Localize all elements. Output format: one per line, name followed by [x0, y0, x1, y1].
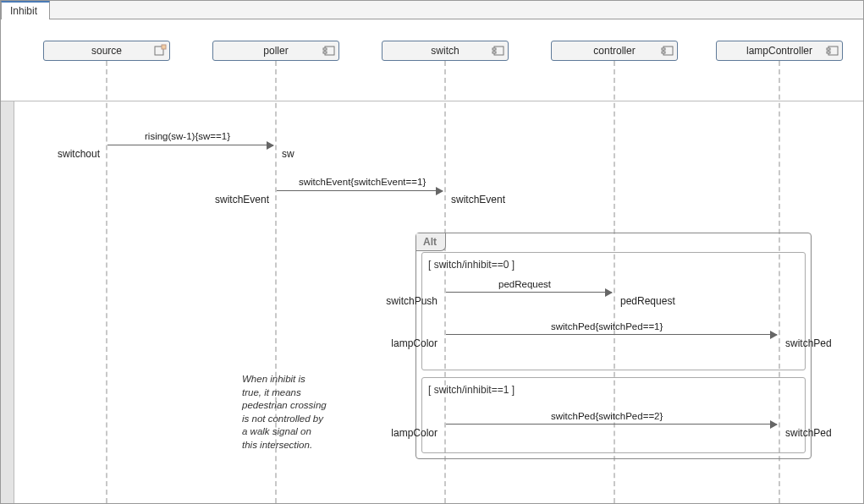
lifeline-header-poller[interactable]: poller — [212, 41, 339, 61]
lifeline-label: source — [91, 45, 122, 57]
send-label: lampColor — [391, 337, 438, 349]
send-label: switchPush — [386, 295, 438, 307]
send-label: switchout — [58, 148, 100, 160]
message-switchped2[interactable] — [446, 424, 777, 425]
component-icon — [322, 44, 336, 58]
message-switchevent[interactable] — [277, 190, 443, 191]
svg-rect-7 — [493, 52, 496, 53]
message-label: switchEvent{switchEvent==1} — [299, 177, 426, 187]
message-pedrequest[interactable] — [446, 292, 612, 293]
lifeline-label: controller — [593, 45, 635, 57]
send-label: switchEvent — [215, 194, 269, 205]
svg-rect-13 — [827, 52, 830, 53]
lifeline-header-switch[interactable]: switch — [382, 41, 509, 61]
tab-inhibit[interactable]: Inhibit — [1, 1, 50, 19]
svg-rect-6 — [493, 48, 496, 50]
component-icon — [492, 44, 505, 58]
message-label: rising(sw-1){sw==1} — [145, 131, 230, 141]
gutter — [1, 101, 14, 503]
lifeline-header-lampcontroller[interactable]: lampController — [716, 41, 843, 61]
guard-1: [ switch/inhibit==0 ] — [428, 259, 515, 271]
tab-bar: Inhibit — [1, 1, 863, 19]
message-label: switchPed{switchPed==1} — [551, 321, 663, 331]
svg-rect-10 — [662, 52, 665, 53]
svg-rect-9 — [662, 48, 665, 50]
message-switchped1[interactable] — [446, 334, 777, 335]
component-icon — [826, 44, 839, 58]
lifeline-header-controller[interactable]: controller — [551, 41, 678, 61]
annotation-note: When inhibit is true, it means pedestria… — [242, 373, 327, 452]
component-icon — [661, 44, 674, 58]
block-icon — [153, 44, 167, 58]
alt-operator: Alt — [416, 233, 446, 251]
svg-rect-1 — [162, 45, 166, 49]
svg-rect-12 — [827, 48, 830, 50]
message-rising[interactable] — [107, 145, 273, 145]
sequence-diagram[interactable]: source poller switch controller lampCont… — [1, 19, 863, 503]
alt-fragment[interactable]: Alt [ switch/inhibit==0 ] [ switch/inhib… — [415, 233, 812, 459]
lifeline-label: lampController — [746, 45, 812, 57]
recv-label: switchPed — [785, 427, 832, 439]
guard-2: [ switch/inhibit==1 ] — [428, 384, 515, 396]
recv-label: switchPed — [785, 337, 832, 349]
lifeline-label: poller — [263, 45, 288, 57]
message-label: switchPed{switchPed==2} — [551, 411, 663, 421]
lifeline-header-source[interactable]: source — [43, 41, 170, 61]
message-label: pedRequest — [498, 279, 551, 289]
recv-label: pedRequest — [620, 295, 675, 307]
lifeline-label: switch — [431, 45, 459, 57]
recv-label: sw — [282, 148, 294, 160]
svg-rect-4 — [323, 52, 327, 53]
recv-label: switchEvent — [451, 194, 505, 205]
svg-rect-3 — [323, 48, 327, 50]
send-label: lampColor — [391, 427, 438, 439]
